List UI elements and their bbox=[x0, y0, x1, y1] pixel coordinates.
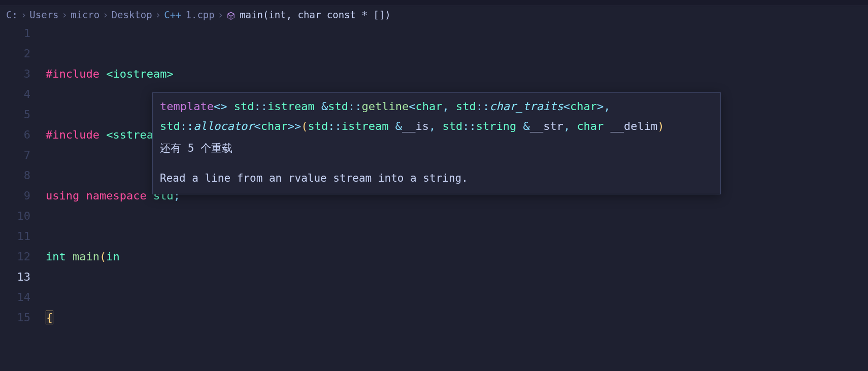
line-number: 11 bbox=[0, 226, 30, 247]
sig-type: char bbox=[570, 100, 597, 113]
line-number: 5 bbox=[0, 105, 30, 125]
sig-punct: :: bbox=[328, 120, 342, 132]
line-number: 8 bbox=[0, 165, 30, 186]
chevron-right-icon: › bbox=[21, 9, 26, 20]
code-editor[interactable]: 1 2 3 4 5 6 7 8 9 10 11 12 13 14 15 #inc… bbox=[0, 23, 868, 371]
code-line[interactable]: { bbox=[46, 308, 868, 328]
sig-ns: std bbox=[456, 100, 476, 113]
tok-include: #include bbox=[46, 68, 99, 80]
sig-op: & bbox=[395, 120, 402, 132]
sig-ns: std bbox=[160, 120, 180, 132]
sig-punct: :: bbox=[462, 120, 476, 132]
sig-punct: , bbox=[442, 100, 449, 113]
chevron-right-icon: › bbox=[62, 9, 68, 20]
breadcrumb-segment[interactable]: C: bbox=[6, 9, 18, 20]
sig-punct: :: bbox=[476, 100, 490, 113]
sig-punct: :: bbox=[348, 100, 362, 113]
sig-ns: std bbox=[308, 120, 328, 132]
sig-type: char bbox=[261, 120, 288, 132]
sig-paren: ( bbox=[301, 120, 308, 132]
hover-documentation: Read a line from an rvalue stream into a… bbox=[160, 169, 713, 188]
tok-header: <iostream> bbox=[106, 68, 173, 80]
sig-punct: , bbox=[604, 100, 610, 113]
code-line[interactable]: #include <iostream> bbox=[46, 64, 868, 84]
line-number: 9 bbox=[0, 186, 30, 206]
sig-type: istream bbox=[268, 100, 315, 113]
line-number: 13 bbox=[0, 267, 30, 287]
line-number: 3 bbox=[0, 64, 30, 84]
sig-type: string bbox=[476, 120, 516, 132]
tok-brace: { bbox=[46, 311, 53, 324]
sig-op: & bbox=[523, 120, 529, 132]
sig-punct: , bbox=[563, 120, 570, 132]
sig-punct: < bbox=[409, 100, 415, 113]
line-number: 12 bbox=[0, 247, 30, 267]
sig-param: __delim bbox=[611, 120, 658, 132]
line-number: 7 bbox=[0, 145, 30, 165]
sig-punct: <> bbox=[214, 100, 227, 113]
sig-param: __str bbox=[530, 120, 563, 132]
sig-keyword: template bbox=[160, 100, 214, 113]
line-number: 10 bbox=[0, 206, 30, 226]
line-number-gutter: 1 2 3 4 5 6 7 8 9 10 11 12 13 14 15 bbox=[0, 23, 46, 371]
line-number: 1 bbox=[0, 23, 30, 44]
sig-punct: :: bbox=[180, 120, 194, 132]
cpp-file-icon: C++ bbox=[164, 9, 181, 20]
tok-func: main bbox=[73, 250, 99, 263]
sig-param: __is bbox=[402, 120, 429, 132]
line-number: 14 bbox=[0, 287, 30, 308]
sig-ns: std bbox=[328, 100, 348, 113]
code-line[interactable]: int main(in bbox=[46, 247, 868, 267]
sig-type: char bbox=[577, 120, 604, 132]
sig-func: getline bbox=[361, 100, 409, 113]
breadcrumb-segment[interactable]: micro bbox=[71, 9, 99, 20]
sig-punct: :: bbox=[254, 100, 268, 113]
sig-type: allocator bbox=[193, 120, 254, 132]
overload-count: 还有 5 个重载 bbox=[160, 139, 713, 158]
breadcrumb-segment[interactable]: Desktop bbox=[112, 9, 152, 20]
sig-ns: std bbox=[234, 100, 254, 113]
sig-punct: >> bbox=[288, 120, 302, 132]
sig-type: char_traits bbox=[489, 100, 563, 113]
symbol-method-icon bbox=[226, 9, 236, 20]
sig-punct: , bbox=[429, 120, 436, 132]
sig-punct: > bbox=[597, 100, 604, 113]
sig-ns: std bbox=[442, 120, 462, 132]
chevron-right-icon: › bbox=[155, 9, 161, 20]
breadcrumb-symbol[interactable]: main(int, char const * []) bbox=[240, 9, 390, 20]
line-number: 2 bbox=[0, 44, 30, 64]
tok-type: in bbox=[106, 250, 120, 263]
sig-type: char bbox=[415, 100, 442, 113]
tok-keyword: namespace bbox=[86, 189, 146, 202]
line-number: 6 bbox=[0, 125, 30, 145]
sig-paren: ) bbox=[657, 120, 664, 132]
sig-punct: < bbox=[254, 120, 260, 132]
sig-op: & bbox=[321, 100, 328, 113]
breadcrumb[interactable]: C: › Users › micro › Desktop › C++ 1.cpp… bbox=[0, 6, 868, 23]
tok-include: #include bbox=[46, 128, 99, 141]
signature-help: template<> std::istream &std::getline<ch… bbox=[160, 97, 713, 136]
tok-keyword: using bbox=[46, 189, 79, 202]
tab-bar[interactable] bbox=[0, 0, 868, 6]
hover-tooltip[interactable]: template<> std::istream &std::getline<ch… bbox=[152, 92, 721, 194]
sig-type: istream bbox=[342, 120, 389, 132]
breadcrumb-file[interactable]: 1.cpp bbox=[186, 9, 215, 20]
breadcrumb-segment[interactable]: Users bbox=[29, 9, 58, 20]
code-line[interactable]: strings bbox=[46, 368, 868, 371]
tok-paren: ( bbox=[99, 250, 106, 263]
chevron-right-icon: › bbox=[218, 9, 223, 20]
sig-punct: < bbox=[563, 100, 570, 113]
line-number: 15 bbox=[0, 308, 30, 328]
code-area[interactable]: #include <iostream> #include <sstream> u… bbox=[46, 23, 868, 371]
chevron-right-icon: › bbox=[103, 9, 108, 20]
tok-type: int bbox=[46, 250, 66, 263]
line-number: 4 bbox=[0, 84, 30, 105]
